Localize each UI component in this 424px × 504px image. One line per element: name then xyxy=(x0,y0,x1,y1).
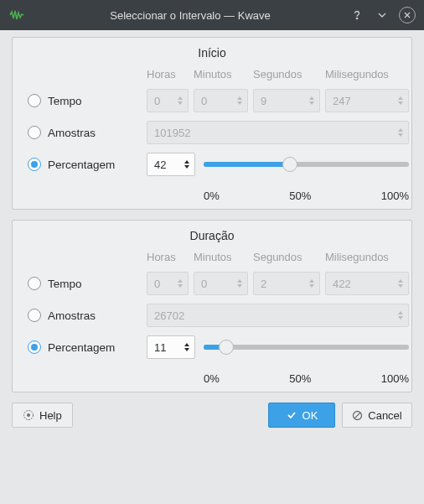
window-title: Seleccionar o Intervalo — Kwave xyxy=(32,9,349,22)
radio-time-label: Tempo xyxy=(48,278,82,290)
radio-percentage-label: Percentagem xyxy=(48,341,115,354)
duration-radio-samples[interactable]: Amostras xyxy=(24,309,142,322)
duration-minutes-spin: 0 xyxy=(194,272,248,295)
help-titlebar-icon[interactable] xyxy=(349,7,365,23)
start-percent-spin[interactable]: 42 xyxy=(147,153,195,176)
radio-samples-label: Amostras xyxy=(48,127,96,139)
duration-samples-spin: 26702 xyxy=(147,304,409,327)
radio-samples-label: Amostras xyxy=(48,309,96,322)
app-icon xyxy=(8,7,25,23)
col-hours: Horas xyxy=(147,68,189,81)
duration-radio-percentage[interactable]: Percentagem xyxy=(24,340,142,354)
start-minutes-spin: 0 xyxy=(194,89,248,112)
radio-time-label: Tempo xyxy=(48,95,82,107)
col-hours: Horas xyxy=(147,251,189,263)
cancel-icon xyxy=(352,410,363,421)
tick-50: 50% xyxy=(289,190,311,202)
duration-group: Duração Horas Minutos Segundos Milisegun… xyxy=(12,220,412,392)
duration-milliseconds-spin: 422 xyxy=(325,272,409,295)
start-radio-samples[interactable]: Amostras xyxy=(24,126,142,139)
tick-0: 0% xyxy=(204,190,220,202)
tick-0: 0% xyxy=(204,372,220,385)
duration-radio-time[interactable]: Tempo xyxy=(24,277,142,290)
svg-point-2 xyxy=(27,413,30,417)
ok-button[interactable]: OK xyxy=(268,403,335,428)
start-radio-percentage[interactable]: Percentagem xyxy=(24,158,142,171)
cancel-button-label: Cancel xyxy=(368,409,401,422)
help-icon xyxy=(23,409,34,421)
help-button-label: Help xyxy=(39,409,62,422)
titlebar: Seleccionar o Intervalo — Kwave xyxy=(0,0,424,30)
button-row: Help OK Cancel xyxy=(12,403,412,428)
col-seconds: Segundos xyxy=(253,251,320,263)
start-seconds-spin: 9 xyxy=(253,89,320,112)
minimize-icon[interactable] xyxy=(374,7,390,23)
duration-slider[interactable] xyxy=(204,339,409,356)
col-minutes: Minutos xyxy=(194,68,248,81)
tick-50: 50% xyxy=(289,372,311,385)
help-button[interactable]: Help xyxy=(12,403,73,428)
col-minutes: Minutos xyxy=(194,251,248,263)
start-hours-spin: 0 xyxy=(147,89,189,112)
duration-group-title: Duração xyxy=(24,229,400,242)
duration-hours-spin: 0 xyxy=(147,272,189,295)
start-slider[interactable] xyxy=(204,156,409,173)
duration-seconds-spin: 2 xyxy=(253,272,320,295)
start-milliseconds-spin: 247 xyxy=(325,89,409,112)
close-icon[interactable] xyxy=(399,7,416,23)
start-radio-time[interactable]: Tempo xyxy=(24,94,142,107)
check-icon xyxy=(286,409,297,421)
col-milliseconds: Milisegundos xyxy=(325,68,409,81)
start-group: Início Horas Minutos Segundos Milisegund… xyxy=(12,37,412,210)
tick-100: 100% xyxy=(381,190,409,202)
duration-percent-spin[interactable]: 11 xyxy=(147,335,195,359)
col-milliseconds: Milisegundos xyxy=(325,251,409,263)
start-samples-spin: 101952 xyxy=(147,121,409,144)
radio-percentage-label: Percentagem xyxy=(48,158,115,171)
svg-point-0 xyxy=(356,18,357,18)
col-seconds: Segundos xyxy=(253,68,320,81)
tick-100: 100% xyxy=(381,372,409,385)
cancel-button[interactable]: Cancel xyxy=(342,403,412,428)
ok-button-label: OK xyxy=(302,409,318,422)
start-group-title: Início xyxy=(24,46,400,60)
